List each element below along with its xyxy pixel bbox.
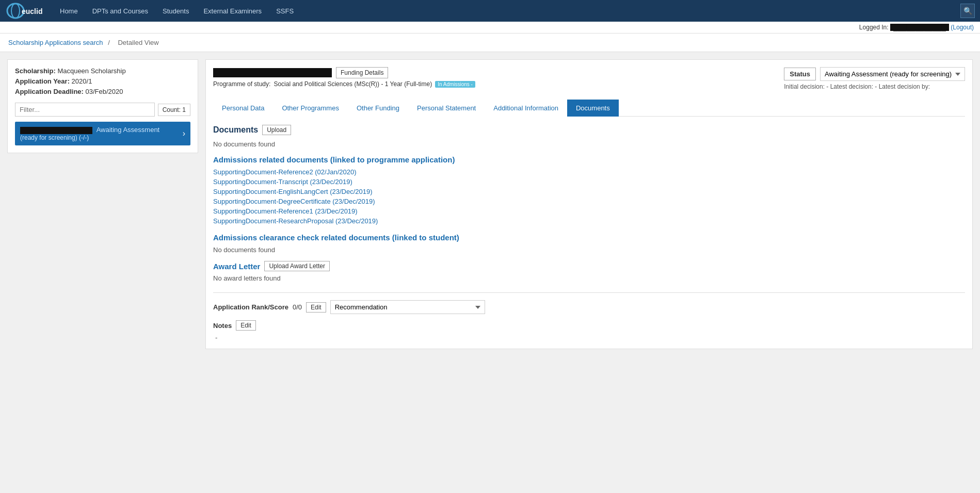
main-layout: Scholarship: Macqueen Scholarship Applic…	[0, 52, 980, 356]
tab-additional-information[interactable]: Additional Information	[485, 100, 567, 117]
doc-english-lang-cert[interactable]: SupportingDocument-EnglishLangCert (23/D…	[213, 188, 965, 195]
edit-notes-button[interactable]: Edit	[236, 320, 256, 331]
svg-text:euclid: euclid	[22, 7, 42, 15]
tab-personal-statement[interactable]: Personal Statement	[408, 100, 485, 117]
application-list-item[interactable]: Awaiting Assessment (ready for screening…	[15, 122, 190, 145]
doc-degree-certificate[interactable]: SupportingDocument-DegreeCertificate (23…	[213, 198, 965, 205]
count-badge: Count: 1	[158, 104, 190, 116]
rank-label: Application Rank/Score	[213, 303, 288, 311]
funding-details-button[interactable]: Funding Details	[336, 67, 388, 78]
logout-link[interactable]: (Logout)	[951, 24, 974, 31]
deadline-label: Application Deadline:	[15, 88, 84, 95]
app-item-info: Awaiting Assessment (ready for screening…	[20, 126, 159, 141]
nav-ssfs[interactable]: SSFS	[269, 1, 301, 21]
logo[interactable]: euclid	[6, 2, 42, 20]
navbar: euclid Home DPTs and Courses Students Ex…	[0, 0, 980, 22]
scholarship-label: Scholarship:	[15, 67, 56, 75]
filter-bar: Count: 1	[15, 103, 190, 117]
left-panel: Scholarship: Macqueen Scholarship Applic…	[7, 59, 198, 153]
notes-content: -	[215, 334, 965, 341]
nav-home[interactable]: Home	[53, 1, 85, 21]
nav-menu: Home DPTs and Courses Students External …	[53, 1, 301, 21]
documents-content: Documents Upload No documents found Admi…	[213, 125, 965, 282]
doc-transcript[interactable]: SupportingDocument-Transcript (23/Dec/20…	[213, 178, 965, 186]
award-title-row: Award Letter Upload Award Letter	[213, 261, 965, 271]
breadcrumb-current: Detailed View	[118, 39, 158, 46]
notes-row: Notes Edit	[213, 320, 965, 331]
username: ████████████	[890, 24, 949, 31]
application-header: Funding Details Programme of study: Soci…	[213, 67, 965, 95]
tab-personal-data[interactable]: Personal Data	[213, 100, 273, 117]
app-item-name: Awaiting Assessment	[20, 126, 159, 134]
arrow-icon: ›	[183, 129, 185, 138]
app-header-right: Status Awaiting Assessment (ready for sc…	[784, 67, 965, 95]
search-button[interactable]: 🔍	[960, 4, 975, 18]
upload-award-button[interactable]: Upload Award Letter	[264, 261, 330, 271]
decision-line: Initial decision: - Latest decision: - L…	[784, 83, 965, 90]
logged-in-label: Logged In:	[859, 24, 889, 31]
scholarship-info: Scholarship: Macqueen Scholarship Applic…	[15, 67, 190, 95]
clearance-no-docs: No documents found	[213, 246, 965, 254]
doc-reference1[interactable]: SupportingDocument-Reference1 (23/Dec/20…	[213, 207, 965, 215]
bottom-section: Application Rank/Score 0/0 Edit Recommen…	[213, 292, 965, 341]
nav-students[interactable]: Students	[155, 1, 196, 21]
app-item-status-sub: (ready for screening) (-/-)	[20, 134, 159, 141]
in-admissions-badge: In Admissions -	[435, 81, 475, 88]
rank-value: 0/0	[293, 303, 302, 311]
tab-other-programmes[interactable]: Other Programmes	[273, 100, 348, 117]
status-label: Status	[784, 68, 816, 80]
breadcrumb-link[interactable]: Scholarship Applications search	[8, 39, 103, 46]
recommendation-select[interactable]: Recommendation	[330, 300, 485, 314]
no-docs-text: No documents found	[213, 140, 965, 148]
award-letter-title: Award Letter	[213, 262, 260, 271]
programme-value: Social and Political Sciences (MSc(R)) -…	[274, 80, 432, 88]
tab-other-funding[interactable]: Other Funding	[348, 100, 408, 117]
documents-title-text: Documents	[213, 125, 258, 135]
award-section: Award Letter Upload Award Letter No awar…	[213, 261, 965, 282]
app-year-value: 2020/1	[72, 77, 92, 85]
doc-reference2[interactable]: SupportingDocument-Reference2 (02/Jan/20…	[213, 168, 965, 176]
doc-research-proposal[interactable]: SupportingDocument-ResearchProposal (23/…	[213, 217, 965, 225]
breadcrumb: Scholarship Applications search / Detail…	[0, 34, 980, 52]
programme-line: Programme of study: Social and Political…	[213, 80, 784, 88]
tab-documents[interactable]: Documents	[567, 100, 619, 117]
app-item-status: Awaiting Assessment	[97, 126, 160, 134]
nav-external-examiners[interactable]: External Examiners	[196, 1, 269, 21]
rank-row: Application Rank/Score 0/0 Edit Recommen…	[213, 300, 965, 314]
scholarship-value: Macqueen Scholarship	[57, 67, 125, 75]
nav-dpts[interactable]: DPTs and Courses	[85, 1, 155, 21]
status-select[interactable]: Awaiting Assessment (ready for screening…	[820, 67, 965, 81]
tabs: Personal Data Other Programmes Other Fun…	[213, 100, 965, 117]
documents-section-title: Documents Upload	[213, 125, 965, 135]
breadcrumb-separator: /	[108, 39, 111, 46]
admissions-docs-list: SupportingDocument-Reference2 (02/Jan/20…	[213, 168, 965, 225]
app-year-label: Application Year:	[15, 77, 70, 85]
upload-button[interactable]: Upload	[262, 125, 291, 135]
clearance-title: Admissions clearance check related docum…	[213, 233, 965, 242]
admissions-related-title: Admissions related documents (linked to …	[213, 155, 965, 164]
deadline-value: 03/Feb/2020	[86, 88, 123, 95]
status-bar: Status Awaiting Assessment (ready for sc…	[784, 67, 965, 81]
no-award-text: No award letters found	[213, 274, 965, 282]
app-name-redacted	[213, 68, 332, 77]
right-panel: Funding Details Programme of study: Soci…	[205, 59, 973, 349]
filter-input[interactable]	[15, 103, 155, 117]
app-header-left: Funding Details Programme of study: Soci…	[213, 67, 784, 88]
edit-rank-button[interactable]: Edit	[306, 302, 326, 313]
notes-label: Notes	[213, 322, 232, 330]
app-name-row: Funding Details	[213, 67, 784, 78]
programme-label: Programme of study:	[213, 80, 270, 88]
login-bar: Logged In: ████████████ (Logout)	[0, 22, 980, 34]
svg-point-1	[11, 4, 20, 18]
